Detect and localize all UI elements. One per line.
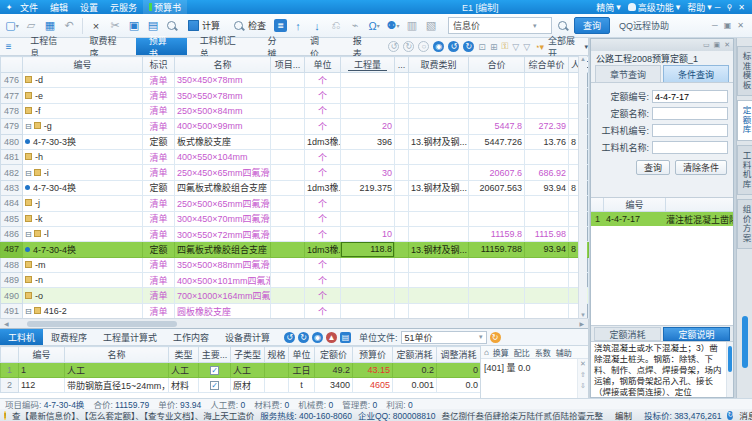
pin-icon[interactable]: ⚲ bbox=[723, 3, 735, 12]
cell-fee-category[interactable] bbox=[409, 165, 469, 180]
quick-links[interactable]: 查【最新信息价】、【怎么套定额】、【查专业文档】、海上天工造价 bbox=[12, 409, 254, 421]
cell-mark[interactable]: 清单 bbox=[143, 119, 175, 134]
detail-tab-3[interactable]: 工作内容 bbox=[165, 329, 217, 345]
cell-name[interactable]: 人工 bbox=[65, 363, 169, 378]
cell-name[interactable]: 350×450×78mm bbox=[175, 73, 271, 88]
cell-quantity[interactable] bbox=[341, 196, 395, 211]
cell-unit[interactable]: 个 bbox=[305, 303, 341, 318]
table-row[interactable]: 490-o清单700×1000×164mm四氟滑板个 bbox=[1, 288, 589, 303]
table-row[interactable]: 484-j清单250×500×65mm四氟滑板个 bbox=[1, 196, 589, 211]
recalc-icon[interactable]: ↻ bbox=[298, 332, 309, 343]
cell-unit-price[interactable]: 686.92 bbox=[525, 165, 569, 180]
cell-unit-price[interactable]: 93.94 bbox=[525, 180, 569, 195]
cell-fee-category[interactable] bbox=[409, 273, 469, 288]
cell-project[interactable] bbox=[271, 73, 305, 88]
row-number[interactable]: 1 bbox=[1, 363, 19, 378]
cell-total-price[interactable]: 20607.563 bbox=[469, 180, 525, 195]
cell-unit[interactable]: 个 bbox=[305, 165, 341, 180]
row-number[interactable]: 478 bbox=[1, 103, 23, 118]
info-price-searchbox[interactable]: ▾ bbox=[448, 17, 552, 34]
cell-fee-category[interactable] bbox=[409, 149, 469, 164]
locate-row-icon[interactable]: ◉ bbox=[312, 332, 323, 343]
query-tab-1[interactable]: 条件查询 bbox=[663, 65, 729, 82]
grid-col-header-10[interactable]: 综合单价 bbox=[525, 57, 569, 73]
expand-all-dropdown[interactable]: 全部展开▾ bbox=[548, 38, 588, 55]
menu-item-0[interactable]: 文件 bbox=[14, 1, 44, 14]
cell-unit-price[interactable] bbox=[525, 303, 569, 318]
main-tab-4[interactable]: 分摊 bbox=[254, 38, 297, 55]
cut-icon[interactable]: ✂ bbox=[107, 18, 123, 34]
detail-tab-4[interactable]: 设备费计算 bbox=[217, 329, 278, 345]
cell-quota-consumption[interactable]: 0.2 bbox=[393, 363, 437, 378]
cell-quota-consumption[interactable]: 0.001 bbox=[393, 378, 437, 393]
grid-col-header-3[interactable]: 名称 bbox=[175, 57, 271, 73]
cell-code[interactable]: -o bbox=[23, 288, 143, 303]
cell-mark[interactable]: 清单 bbox=[143, 165, 175, 180]
cell-dots[interactable] bbox=[395, 196, 409, 211]
scrollbar-thumb[interactable] bbox=[27, 321, 177, 327]
titlebar-menu-1[interactable]: 高级功能▾ bbox=[628, 1, 681, 14]
move-down-icon[interactable]: ↓ bbox=[309, 18, 325, 34]
cell-unit-price[interactable]: 13.76 bbox=[525, 134, 569, 149]
copy-icon[interactable]: ▣ bbox=[126, 18, 142, 34]
refresh-blue-icon[interactable]: ↺ bbox=[284, 332, 295, 343]
child-close-button[interactable]: ✕ bbox=[737, 21, 744, 30]
clear-conditions-button[interactable]: 清除条件 bbox=[675, 160, 727, 175]
cell-total-price[interactable] bbox=[469, 211, 525, 226]
paste-icon[interactable]: ▤ bbox=[145, 18, 161, 34]
detail-col-header-4[interactable]: 主要... bbox=[199, 347, 231, 363]
detail-col-header-8[interactable]: 定额价 bbox=[315, 347, 353, 363]
cell-unit[interactable]: 个 bbox=[305, 88, 341, 103]
titlebar-menu-2[interactable]: 帮助▾ bbox=[687, 1, 712, 14]
query-tab-0[interactable]: 章节查询 bbox=[595, 65, 661, 82]
query-field-input-3[interactable] bbox=[652, 141, 728, 154]
cell-mark[interactable]: 清单 bbox=[143, 226, 175, 241]
cell-unit-price[interactable] bbox=[525, 273, 569, 288]
cell-fee-category[interactable]: 13.钢材及钢... bbox=[409, 180, 469, 195]
table-row[interactable]: 489-n清单400×500×101mm四氟滑板个 bbox=[1, 273, 589, 288]
cell-unit-price[interactable] bbox=[525, 288, 569, 303]
cell-quantity[interactable] bbox=[341, 88, 395, 103]
row-number[interactable]: 486 bbox=[1, 226, 23, 241]
cell-unit-price[interactable] bbox=[525, 257, 569, 272]
cell-unit[interactable]: t bbox=[289, 378, 315, 393]
cell-name[interactable]: 350×550×78mm bbox=[175, 88, 271, 103]
cell-quantity[interactable]: 30 bbox=[341, 165, 395, 180]
cell-name[interactable]: 板式橡胶支座 bbox=[175, 134, 271, 149]
open-file-icon[interactable]: ▱ bbox=[23, 18, 39, 34]
cell-quantity[interactable] bbox=[341, 73, 395, 88]
cell-project[interactable] bbox=[271, 134, 305, 149]
cell-unit-price[interactable]: 93.94 bbox=[525, 242, 569, 257]
cell-quantity[interactable] bbox=[341, 103, 395, 118]
cell-mark[interactable]: 清单 bbox=[143, 73, 175, 88]
cell-name[interactable]: 700×1000×164mm四氟滑板 bbox=[175, 288, 271, 303]
cell-mark[interactable]: 清单 bbox=[143, 211, 175, 226]
combo-arrow-icon[interactable]: ▾ bbox=[533, 22, 537, 30]
menu-item-1[interactable]: 编辑 bbox=[44, 1, 74, 14]
panel-close-icon[interactable]: ✕ bbox=[724, 41, 730, 49]
cell-total-price[interactable] bbox=[469, 88, 525, 103]
message-icon[interactable]: ↻ bbox=[727, 411, 733, 420]
cell-total-price[interactable] bbox=[469, 196, 525, 211]
cell-mark[interactable]: 清单 bbox=[143, 303, 175, 318]
cell-unit[interactable]: 个 bbox=[305, 288, 341, 303]
cell-unit-price[interactable] bbox=[525, 103, 569, 118]
panel-toggle-icon[interactable]: ≣ bbox=[274, 19, 287, 32]
cell-unit[interactable]: 个 bbox=[305, 211, 341, 226]
cell-unit-price[interactable]: 1115.98 bbox=[525, 226, 569, 241]
cell-name[interactable]: 300×450×70mm四氟滑板 bbox=[175, 211, 271, 226]
cell-project[interactable] bbox=[271, 165, 305, 180]
cell-quantity[interactable]: 10 bbox=[341, 226, 395, 241]
row-number[interactable]: 488 bbox=[1, 257, 23, 272]
detail-tab-2[interactable]: 工程量计算式 bbox=[95, 329, 165, 345]
side-tab-3[interactable]: 组价方案 bbox=[737, 199, 752, 249]
cell-unit[interactable]: 个 bbox=[305, 226, 341, 241]
cell-name[interactable]: 圆板橡胶支座 bbox=[175, 303, 271, 318]
cell-unit[interactable]: 1dm3橡... bbox=[305, 180, 341, 195]
cell-unit-price[interactable] bbox=[525, 73, 569, 88]
grid-view-icon[interactable]: ▤ bbox=[340, 332, 351, 343]
cell-unit-price[interactable] bbox=[525, 211, 569, 226]
cell-dots[interactable] bbox=[395, 134, 409, 149]
convert-tab-0[interactable]: 换算 bbox=[493, 347, 509, 358]
side-tab-0[interactable]: 标准模板 bbox=[737, 46, 752, 96]
